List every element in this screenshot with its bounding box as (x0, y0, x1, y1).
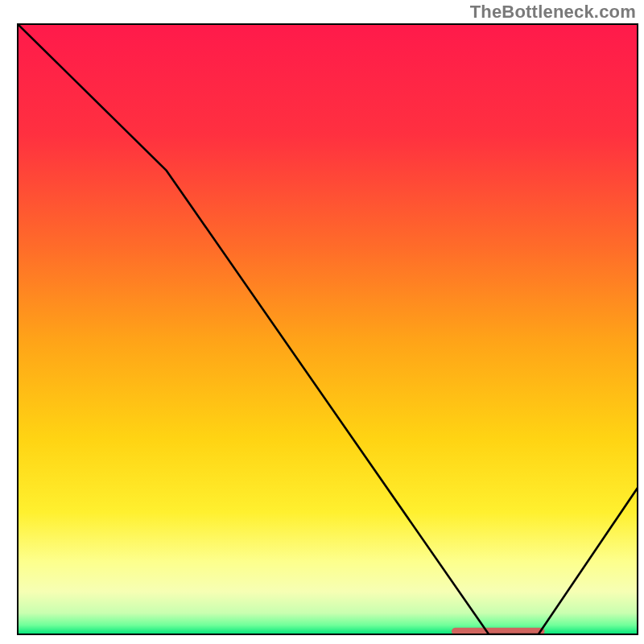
bottleneck-chart-container: TheBottleneck.com (0, 0, 644, 644)
bottleneck-chart (0, 0, 644, 644)
watermark-text: TheBottleneck.com (470, 2, 636, 23)
